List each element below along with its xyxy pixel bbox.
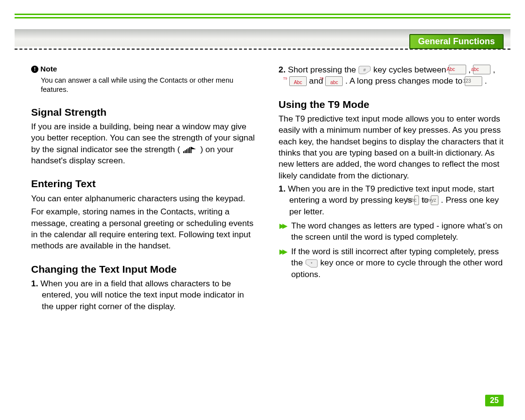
t9-bullet-1-text: The word changes as letters are typed - … bbox=[291, 221, 503, 242]
svg-text:#: # bbox=[364, 68, 366, 72]
num-1: 1 bbox=[31, 279, 36, 288]
note-header: ! Note bbox=[31, 64, 256, 74]
heading-entering-text: Entering Text bbox=[31, 177, 256, 191]
svg-rect-0 bbox=[183, 151, 184, 153]
badge-Abc: Abc bbox=[449, 65, 466, 74]
t9-paragraph: The T9 predictive text input mode allows… bbox=[279, 113, 504, 181]
svg-rect-3 bbox=[188, 148, 189, 153]
note-label: Note bbox=[40, 64, 57, 74]
hash-key-icon: # bbox=[358, 66, 371, 74]
li2-b: key cycles between bbox=[373, 65, 449, 74]
svg-rect-2 bbox=[186, 149, 187, 153]
chevron-right-icon: ▶▶ bbox=[280, 222, 285, 230]
star-key-icon: * bbox=[305, 259, 318, 268]
page-number-badge: 25 bbox=[485, 395, 504, 406]
t9-bullet-1: ▶▶ The word changes as letters are typed… bbox=[279, 220, 504, 243]
changing-mode-item-1: 1. When you are in a field that allows c… bbox=[31, 278, 256, 312]
left-column: ! Note You can answer a call while using… bbox=[31, 64, 256, 381]
li2-a: Short pressing the bbox=[288, 65, 358, 74]
badge-123: 123 bbox=[465, 76, 482, 86]
content-columns: ! Note You can answer a call while using… bbox=[31, 64, 504, 381]
badge-t9-Abc: T9Abc bbox=[289, 76, 307, 86]
num-1b: 1 bbox=[279, 184, 283, 193]
key-9-icon: 9wxyz bbox=[431, 195, 438, 205]
num-2: 2 bbox=[279, 65, 283, 74]
li2-d: , bbox=[493, 65, 495, 74]
top-accent-bar bbox=[15, 14, 510, 18]
t9-bullet-2: ▶▶ If the word is still incorrect after … bbox=[279, 246, 504, 280]
svg-rect-1 bbox=[185, 150, 186, 153]
entering-text-p1: You can enter alphanumeric characters us… bbox=[31, 193, 256, 204]
changing-mode-item-2: 2. Short pressing the # key cycles betwe… bbox=[279, 64, 504, 87]
heading-signal-strength: Signal Strength bbox=[31, 105, 256, 119]
signal-strength-paragraph: If you are inside a building, being near… bbox=[31, 121, 256, 166]
signal-strength-icon bbox=[182, 146, 198, 153]
svg-text:*: * bbox=[311, 261, 313, 266]
li2-f: . A long press changes mode to bbox=[345, 76, 465, 86]
svg-rect-4 bbox=[189, 147, 190, 153]
entering-text-p2: For example, storing names in the Contac… bbox=[31, 206, 256, 251]
li2-g: . bbox=[485, 76, 487, 86]
t9-item-1: 1. When you are in the T9 predictive tex… bbox=[279, 183, 504, 217]
badge-abc: abc bbox=[473, 65, 490, 74]
t9-b2-b: key once or more to cycle through the ot… bbox=[291, 258, 503, 279]
changing-mode-item-1-text: When you are in a field that allows char… bbox=[40, 279, 244, 311]
badge-t9-abc: T9abc bbox=[325, 76, 343, 86]
right-column: 2. Short pressing the # key cycles betwe… bbox=[279, 64, 504, 381]
key-2-icon: 2abc bbox=[414, 195, 419, 205]
manual-page: General Functions ! Note You can answer … bbox=[0, 0, 525, 420]
section-tab: General Functions bbox=[409, 34, 504, 49]
info-icon: ! bbox=[31, 66, 38, 73]
note-body: You can answer a call while using the Co… bbox=[31, 76, 256, 95]
chevron-right-icon: ▶▶ bbox=[280, 247, 285, 256]
heading-changing-mode: Changing the Text Input Mode bbox=[31, 262, 256, 276]
heading-t9-mode: Using the T9 Mode bbox=[279, 98, 504, 111]
